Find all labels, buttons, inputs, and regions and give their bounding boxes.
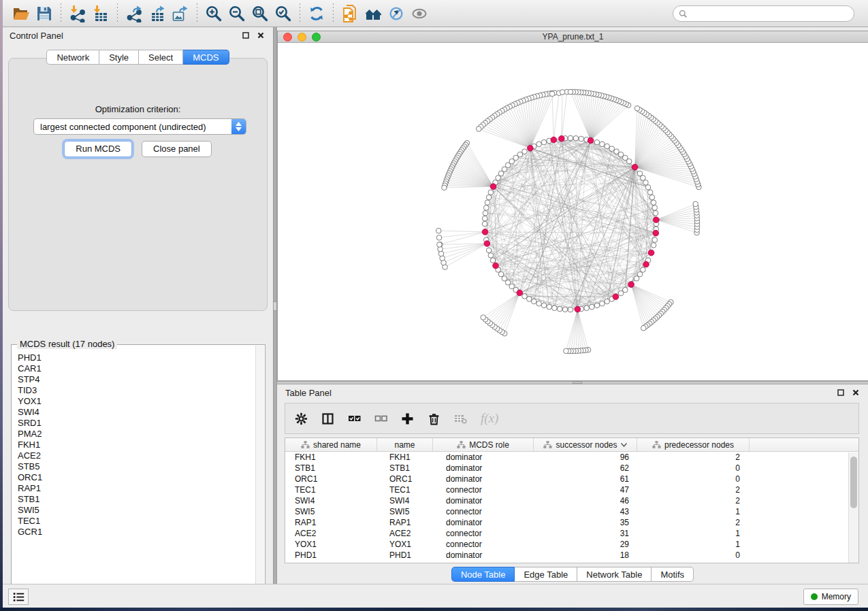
close-panel-button[interactable]: Close panel <box>142 141 212 157</box>
table-scrollbar[interactable] <box>848 452 858 563</box>
memory-button[interactable]: Memory <box>803 589 858 605</box>
import-table-button[interactable] <box>89 3 112 24</box>
run-mcds-button[interactable]: Run MCDS <box>64 141 132 157</box>
trash-button[interactable] <box>428 412 440 425</box>
houses-button[interactable] <box>361 3 385 24</box>
mcds-result-item[interactable]: STP4 <box>18 374 255 385</box>
mcds-result-item[interactable]: GCR1 <box>18 527 255 538</box>
table-row[interactable]: FKH1FKH1dominator962 <box>285 452 858 463</box>
zoom-selected-button[interactable] <box>272 3 295 24</box>
plus-icon <box>401 412 414 425</box>
mcds-result-item[interactable]: PMA2 <box>18 429 255 440</box>
tab-mcds[interactable]: MCDS <box>183 50 229 65</box>
column-header-filler <box>750 438 858 451</box>
toolbar-separator <box>61 3 61 24</box>
zoom-in-button[interactable] <box>202 3 225 24</box>
toolbar-separator <box>117 3 118 24</box>
checked-boxes-button[interactable] <box>348 412 361 425</box>
save-button[interactable] <box>33 3 56 24</box>
table-row[interactable]: SWI4SWI4dominator462 <box>285 495 858 506</box>
column-header-MCDS-role[interactable]: MCDS role <box>433 438 534 451</box>
float-icon[interactable] <box>240 31 251 40</box>
minimize-window-icon[interactable] <box>298 33 306 42</box>
export-network-button[interactable] <box>123 3 146 24</box>
mcds-result-item[interactable]: SWI4 <box>18 407 255 418</box>
search-icon <box>679 10 688 18</box>
table-row[interactable]: STB1STB1dominator620 <box>285 463 858 474</box>
column-header-predecessor-nodes[interactable]: predecessor nodes <box>637 438 750 451</box>
table-close-icon[interactable] <box>850 388 861 397</box>
control-panel-title: Control Panel <box>10 31 63 41</box>
tab-network-table[interactable]: Network Table <box>577 567 652 582</box>
toolbar-separator <box>300 3 300 24</box>
desktop-wallpaper-bottom <box>0 608 868 611</box>
column-header-name[interactable]: name <box>377 438 433 451</box>
mcds-result-item[interactable]: SWI5 <box>18 505 255 516</box>
mcds-result-item[interactable]: TID3 <box>18 385 255 396</box>
close-window-icon[interactable] <box>283 33 292 42</box>
mcds-result-item[interactable]: ACE2 <box>18 450 255 461</box>
unchecked-boxes-button[interactable] <box>374 412 387 425</box>
mcds-result-item[interactable]: ORC1 <box>18 472 255 483</box>
gear-button[interactable] <box>295 412 308 425</box>
table-tabs: Node TableEdge TableNetwork TableMotifs <box>277 567 868 582</box>
table-row[interactable]: PHD1PHD1dominator180 <box>285 550 858 561</box>
close-icon[interactable] <box>255 31 266 40</box>
control-panel-header: Control Panel <box>3 27 273 44</box>
task-history-button[interactable] <box>8 589 29 605</box>
houses-icon <box>364 5 382 22</box>
mcds-result-item[interactable]: FKH1 <box>18 440 255 450</box>
refresh-button[interactable] <box>305 3 328 24</box>
table-row[interactable]: RAP1RAP1dominator352 <box>285 517 858 528</box>
mcds-result-item[interactable]: CAR1 <box>18 363 255 374</box>
mcds-list-scrollbar[interactable] <box>255 346 264 596</box>
mcds-result-item[interactable]: SRD1 <box>18 418 255 429</box>
export-image-button[interactable] <box>169 3 192 24</box>
mcds-buttons: Run MCDS Close panel <box>3 141 273 157</box>
search-box[interactable] <box>673 5 854 22</box>
tree-column-icon <box>543 440 552 449</box>
mcds-result-item[interactable]: STB5 <box>18 461 255 472</box>
export-table-button[interactable] <box>146 3 169 24</box>
zoom-fit-button[interactable] <box>248 3 272 24</box>
tab-style[interactable]: Style <box>99 50 139 65</box>
tab-select[interactable]: Select <box>139 50 183 65</box>
mcds-result-item[interactable]: TEC1 <box>18 516 255 527</box>
table-row[interactable]: ACE2ACE2connector311 <box>285 528 858 539</box>
mcds-result-item[interactable]: PHD1 <box>18 352 255 363</box>
hide-glyph-button[interactable] <box>385 3 408 24</box>
column-split-button[interactable] <box>321 412 334 425</box>
function-builder-icon[interactable]: f(x) <box>481 411 498 426</box>
import-network-button[interactable] <box>66 3 89 24</box>
mcds-result-item[interactable]: STB1 <box>18 494 255 505</box>
column-header-successor-nodes[interactable]: successor nodes <box>534 438 637 451</box>
network-window-titlebar[interactable]: YPA_prune.txt_1 <box>278 31 868 43</box>
open-folder-button[interactable] <box>10 3 33 24</box>
table-row[interactable]: TEC1TEC1connector472 <box>285 484 858 495</box>
column-header-shared-name[interactable]: shared name <box>285 438 377 451</box>
tab-motifs[interactable]: Motifs <box>652 567 694 582</box>
network-canvas[interactable] <box>278 43 867 380</box>
mcds-result-item[interactable]: YOX1 <box>18 396 255 407</box>
table-row[interactable]: SWI5SWI5connector431 <box>285 506 858 517</box>
table-row[interactable]: YOX1YOX1connector291 <box>285 539 858 550</box>
table-row[interactable]: ORC1ORC1dominator610 <box>285 474 858 484</box>
plus-button[interactable] <box>401 412 414 425</box>
tab-network[interactable]: Network <box>46 50 99 65</box>
memory-status-icon <box>811 593 818 600</box>
mcds-result-list[interactable]: PHD1CAR1STP4TID3YOX1SWI4SRD1PMA2FKH1ACE2… <box>12 347 255 596</box>
table-delete-button[interactable] <box>454 412 467 425</box>
network-document-button[interactable] <box>338 3 361 24</box>
control-panel-tabbar: Network Style Select MCDS <box>3 50 273 65</box>
tab-node-table[interactable]: Node Table <box>451 567 515 582</box>
criterion-value: largest connected component (undirected) <box>34 122 231 132</box>
criterion-dropdown[interactable]: largest connected component (undirected) <box>33 118 246 135</box>
show-glyph-button[interactable] <box>408 3 431 24</box>
mcds-result-item[interactable]: RAP1 <box>18 483 255 494</box>
zoom-out-button[interactable] <box>225 3 248 24</box>
table-scrollbar-thumb[interactable] <box>850 457 857 508</box>
maximize-window-icon[interactable] <box>312 33 321 42</box>
table-float-icon[interactable] <box>835 388 846 397</box>
search-input[interactable] <box>691 9 848 18</box>
tab-edge-table[interactable]: Edge Table <box>515 567 577 582</box>
